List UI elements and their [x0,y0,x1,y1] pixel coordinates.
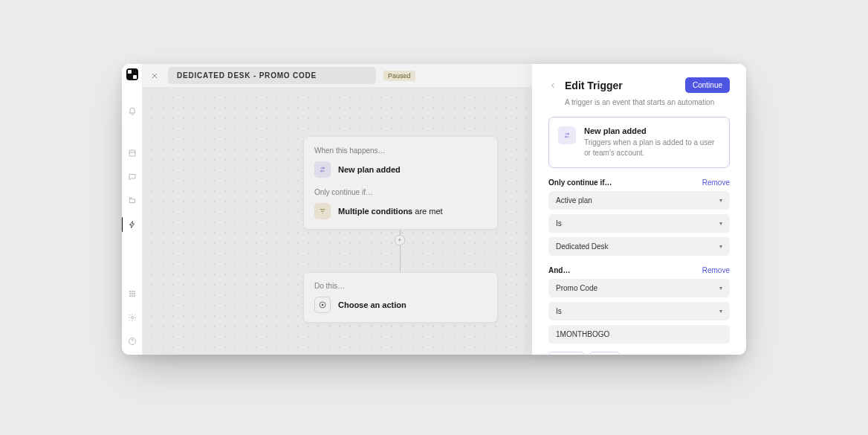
svg-point-7 [129,295,131,297]
filter-icon [314,203,331,219]
automation-icon[interactable] [125,217,140,232]
svg-point-6 [134,293,135,294]
field-dropdown[interactable]: Active plan ▾ [548,191,730,210]
info-title: New plan added [584,126,720,135]
left-rail [122,64,143,355]
connector-line [400,245,401,272]
svg-point-10 [131,317,133,319]
panel-subtitle: A trigger is an event that starts an aut… [565,98,730,106]
remove-link[interactable]: Remove [702,266,730,274]
info-description: Triggers when a plan is added to a user … [584,138,720,158]
svg-rect-0 [129,150,135,156]
chevron-down-icon: ▾ [719,220,722,227]
panel-title: Edit Trigger [565,80,678,91]
swap-icon [314,161,331,178]
svg-point-2 [132,291,133,292]
close-icon[interactable] [149,70,161,82]
card-eyebrow: Only continue if… [314,188,487,196]
app-logo[interactable] [126,68,138,80]
continue-button[interactable]: Continue [685,77,730,93]
condition-section-label: Only continue if… [548,178,612,187]
svg-point-4 [129,293,131,294]
action-label: Choose an action [338,300,407,309]
condition-section-label: And… [548,266,570,274]
add-step-node[interactable]: + [395,235,405,245]
conditions-label: Multiple conditions are met [338,207,443,216]
svg-point-9 [134,295,135,297]
trigger-label: New plan added [338,165,401,174]
gear-icon[interactable] [125,310,140,325]
play-icon [314,297,331,313]
grid-icon[interactable] [125,286,140,301]
chevron-down-icon: ▾ [719,197,722,204]
chevron-down-icon: ▾ [719,285,722,291]
svg-point-5 [132,293,133,294]
value-dropdown[interactable]: Dedicated Desk ▾ [548,237,730,256]
svg-point-1 [129,291,131,292]
layout-icon[interactable] [125,146,140,161]
status-badge: Paused [383,71,415,81]
field-dropdown[interactable]: Promo Code ▾ [548,279,730,297]
svg-point-8 [132,295,133,297]
operator-dropdown[interactable]: Is ▾ [548,214,730,233]
trigger-card[interactable]: When this happens… New plan added Only c… [303,136,498,230]
card-eyebrow: Do this… [314,282,487,290]
chevron-down-icon: ▾ [719,243,722,250]
action-card[interactable]: Do this… Choose an action [303,272,498,323]
bell-icon[interactable] [125,104,140,119]
value-input[interactable]: 1MONTHBOGO [548,325,730,344]
help-icon[interactable] [125,334,140,349]
edit-trigger-panel: Edit Trigger Continue A trigger is an ev… [532,64,746,355]
back-icon[interactable] [548,81,557,90]
swap-icon [558,126,576,144]
trigger-info-card[interactable]: New plan added Triggers when a plan is a… [548,117,730,168]
add-and-button[interactable]: +And [548,352,585,355]
message-icon[interactable] [125,170,140,184]
remove-link[interactable]: Remove [702,178,730,187]
add-or-button[interactable]: +Or [589,352,621,355]
folders-icon[interactable] [125,193,140,208]
svg-point-3 [134,291,135,292]
automation-title[interactable]: DEDICATED DESK - PROMO CODE [168,67,376,84]
chevron-down-icon: ▾ [719,308,722,315]
card-eyebrow: When this happens… [314,146,487,155]
operator-dropdown[interactable]: Is ▾ [548,302,730,320]
